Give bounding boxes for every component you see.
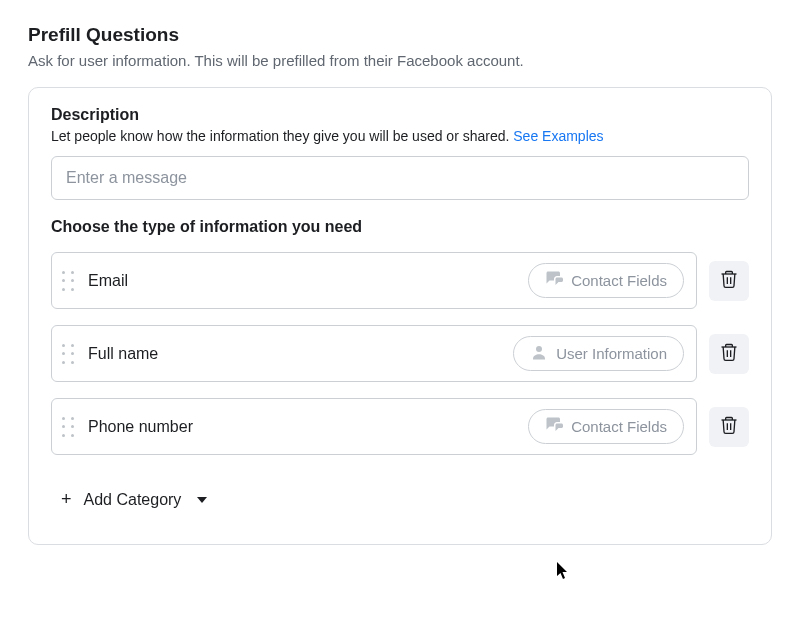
description-title: Description: [51, 106, 749, 124]
field-row: Phone number Contact Fields: [51, 398, 749, 455]
add-category-button[interactable]: + Add Category: [55, 479, 213, 520]
delete-field-button[interactable]: [709, 261, 749, 301]
field-item-fullname[interactable]: Full name User Information: [51, 325, 697, 382]
field-item-email[interactable]: Email Contact Fields: [51, 252, 697, 309]
delete-field-button[interactable]: [709, 407, 749, 447]
plus-icon: +: [61, 489, 72, 510]
category-pill: Contact Fields: [528, 409, 684, 444]
add-category-label: Add Category: [84, 491, 182, 509]
field-row: Email Contact Fields: [51, 252, 749, 309]
description-help: Let people know how the information they…: [51, 128, 749, 144]
choose-info-title: Choose the type of information you need: [51, 218, 749, 236]
field-label: Full name: [88, 345, 158, 363]
category-pill: User Information: [513, 336, 684, 371]
page-subtitle: Ask for user information. This will be p…: [28, 52, 772, 69]
drag-handle-icon[interactable]: [62, 344, 74, 364]
page-title: Prefill Questions: [28, 24, 772, 46]
chat-icon: [545, 270, 563, 291]
svg-point-2: [536, 346, 542, 352]
see-examples-link[interactable]: See Examples: [513, 128, 603, 144]
trash-icon: [719, 342, 739, 365]
field-label: Email: [88, 272, 128, 290]
drag-handle-icon[interactable]: [62, 271, 74, 291]
category-pill: Contact Fields: [528, 263, 684, 298]
chevron-down-icon: [197, 497, 207, 503]
description-help-text: Let people know how the information they…: [51, 128, 513, 144]
description-input[interactable]: [51, 156, 749, 200]
category-pill-label: User Information: [556, 345, 667, 362]
category-pill-label: Contact Fields: [571, 272, 667, 289]
field-item-phone[interactable]: Phone number Contact Fields: [51, 398, 697, 455]
delete-field-button[interactable]: [709, 334, 749, 374]
drag-handle-icon[interactable]: [62, 417, 74, 437]
category-pill-label: Contact Fields: [571, 418, 667, 435]
cursor-icon: [556, 562, 570, 569]
field-label: Phone number: [88, 418, 193, 436]
prefill-card: Description Let people know how the info…: [28, 87, 772, 545]
user-icon: [530, 343, 548, 364]
field-row: Full name User Information: [51, 325, 749, 382]
trash-icon: [719, 269, 739, 292]
trash-icon: [719, 415, 739, 438]
chat-icon: [545, 416, 563, 437]
